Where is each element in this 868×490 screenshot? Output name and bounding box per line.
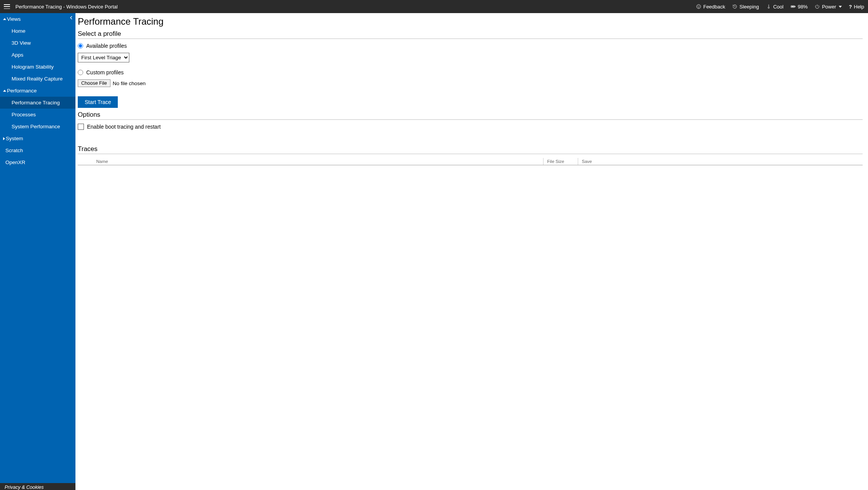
power-label: Power — [822, 4, 836, 10]
feedback-label: Feedback — [703, 4, 725, 10]
svg-point-2 — [699, 6, 699, 6]
sidebar-section-label: Performance — [7, 88, 37, 94]
profile-select[interactable]: First Level Triage — [78, 53, 129, 62]
question-icon: ? — [849, 4, 852, 10]
traces-col-filesize[interactable]: File Size — [543, 158, 578, 165]
sidebar-item-apps[interactable]: Apps — [0, 49, 75, 61]
main-content: Performance Tracing Select a profile Ava… — [75, 13, 868, 490]
temperature-status[interactable]: Cool — [766, 4, 784, 10]
sleeping-status[interactable]: Sleeping — [732, 4, 759, 10]
svg-point-0 — [697, 5, 701, 9]
cool-label: Cool — [773, 4, 784, 10]
sidebar-item-home[interactable]: Home — [0, 25, 75, 37]
sidebar-section-system[interactable]: System — [0, 133, 75, 144]
sleeping-label: Sleeping — [739, 4, 759, 10]
radio-available-label: Available profiles — [86, 43, 127, 49]
caret-up-icon — [3, 90, 6, 92]
topbar: Performance Tracing - Windows Device Por… — [0, 0, 868, 13]
traces-table: Name File Size Save — [78, 158, 863, 165]
feedback-button[interactable]: Feedback — [696, 4, 725, 10]
start-trace-button[interactable]: Start Trace — [78, 96, 118, 108]
sidebar-section-label: Views — [7, 16, 21, 22]
power-menu[interactable]: Power — [814, 4, 842, 10]
radio-custom-label: Custom profiles — [86, 69, 124, 76]
sidebar: Views Home 3D View Apps Hologram Stabili… — [0, 13, 75, 490]
help-label: Help — [854, 4, 864, 10]
sidebar-collapse-button[interactable] — [69, 15, 73, 21]
svg-rect-6 — [791, 6, 794, 7]
enable-boot-tracing-label: Enable boot tracing and restart — [87, 124, 161, 130]
sidebar-item-hologram-stability[interactable]: Hologram Stability — [0, 61, 75, 73]
sidebar-item-system-performance[interactable]: System Performance — [0, 121, 75, 133]
choose-file-button[interactable]: Choose File — [78, 79, 110, 87]
chevron-down-icon — [839, 6, 842, 8]
radio-available-profiles[interactable] — [78, 43, 83, 49]
sidebar-item-mixed-reality-capture[interactable]: Mixed Reality Capture — [0, 73, 75, 85]
section-options: Options — [78, 111, 863, 120]
section-traces: Traces — [78, 145, 863, 154]
traces-col-name[interactable]: Name — [78, 158, 543, 165]
sidebar-item-performance-tracing[interactable]: Performance Tracing — [0, 97, 75, 109]
battery-label: 98% — [798, 4, 808, 10]
section-select-profile: Select a profile — [78, 30, 863, 39]
help-button[interactable]: ? Help — [849, 4, 864, 10]
sidebar-item-scratch[interactable]: Scratch — [0, 144, 75, 156]
battery-status[interactable]: 98% — [790, 4, 808, 10]
sidebar-item-processes[interactable]: Processes — [0, 109, 75, 121]
power-icon — [814, 4, 820, 9]
caret-right-icon — [3, 137, 5, 140]
sidebar-section-label: System — [6, 136, 23, 141]
history-icon — [732, 4, 738, 9]
sidebar-item-3d-view[interactable]: 3D View — [0, 37, 75, 49]
radio-custom-profiles[interactable] — [78, 70, 83, 75]
sidebar-section-views[interactable]: Views — [0, 13, 75, 25]
smiley-icon — [696, 4, 701, 9]
hamburger-menu-icon[interactable] — [4, 4, 10, 9]
svg-rect-5 — [795, 6, 795, 7]
enable-boot-tracing-checkbox[interactable] — [78, 124, 84, 130]
privacy-cookies-link[interactable]: Privacy & Cookies — [0, 483, 75, 490]
traces-col-save[interactable]: Save — [578, 158, 863, 165]
caret-up-icon — [3, 18, 6, 20]
sidebar-section-performance[interactable]: Performance — [0, 85, 75, 97]
svg-point-1 — [698, 6, 698, 6]
battery-icon — [790, 4, 796, 9]
chevron-left-icon — [69, 16, 73, 20]
file-chosen-label: No file chosen — [113, 81, 146, 86]
svg-point-3 — [768, 7, 769, 8]
window-title: Performance Tracing - Windows Device Por… — [15, 4, 118, 10]
page-title: Performance Tracing — [78, 16, 863, 27]
thermometer-icon — [766, 4, 771, 9]
sidebar-item-openxr[interactable]: OpenXR — [0, 156, 75, 168]
